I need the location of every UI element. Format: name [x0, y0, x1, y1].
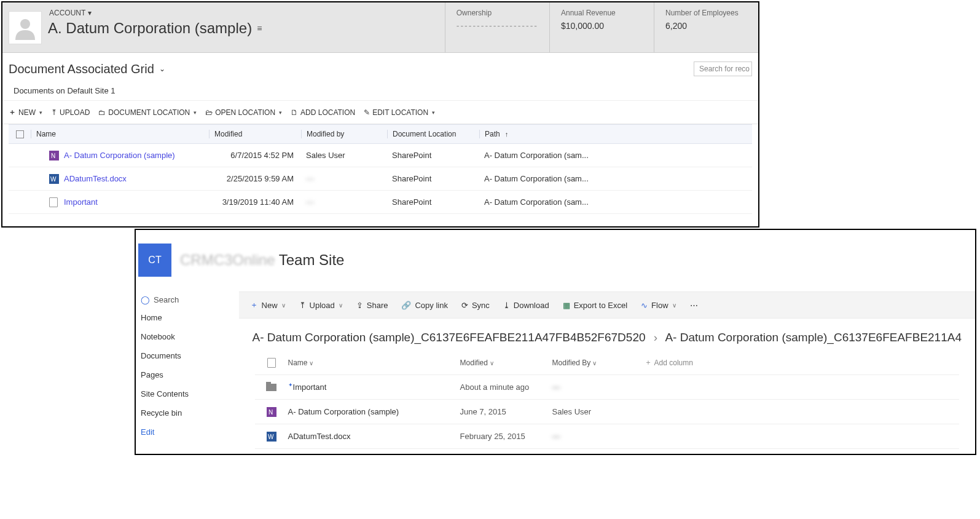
upload-icon: ⤒ [51, 108, 57, 117]
sp-left-nav: ◯ Search HomeNotebookDocumentsPagesSite … [136, 291, 239, 454]
nav-item-home[interactable]: Home [141, 308, 234, 327]
col-name[interactable]: Name [31, 130, 209, 138]
col-modified[interactable]: Modified [209, 130, 301, 138]
sp-copylink-button[interactable]: 🔗Copy link [401, 301, 447, 310]
add-location-button[interactable]: 🗋ADD LOCATION [291, 108, 355, 117]
upload-icon: ⤒ [299, 301, 306, 310]
table-row[interactable]: WADatumTest.docx2/25/2015 9:59 AM—ShareP… [9, 167, 752, 191]
cell-modified: June 7, 2015 [460, 407, 552, 416]
download-icon: ⤓ [503, 301, 510, 310]
hf-label: Annual Revenue [561, 9, 643, 17]
add-location-icon: 🗋 [291, 108, 298, 117]
nav-item-documents[interactable]: Documents [141, 346, 234, 365]
view-selector[interactable]: Document Associated Grid ⌄ [9, 62, 165, 76]
file-name[interactable]: A- Datum Corporation (sample) [288, 407, 460, 416]
cell-modified: 3/19/2019 11:40 AM [209, 197, 301, 207]
open-location-button[interactable]: 🗁OPEN LOCATION [205, 108, 282, 117]
nav-item-recycle-bin[interactable]: Recycle bin [141, 403, 234, 422]
col-doc-location[interactable]: Document Location [387, 130, 479, 138]
flow-icon: ∿ [641, 301, 648, 310]
record-header: ACCOUNT ▾ A. Datum Corporation (sample) … [2, 2, 758, 53]
view-title: Document Associated Grid [9, 62, 154, 76]
list-item[interactable]: NA- Datum Corporation (sample)June 7, 20… [255, 400, 959, 424]
search-input[interactable]: Search for reco [694, 61, 752, 76]
upload-button[interactable]: ⤒UPLOAD [51, 108, 90, 117]
hf-label: Ownership [457, 9, 538, 17]
nav-item-notebook[interactable]: Notebook [141, 327, 234, 346]
chevron-down-icon: ▾ [88, 9, 92, 17]
command-bar: ＋NEW ⤒UPLOAD 🗀DOCUMENT LOCATION 🗁OPEN LO… [2, 101, 758, 124]
word-icon: W [49, 174, 59, 184]
doc-icon [49, 197, 59, 207]
sp-overflow-button[interactable]: ⋯ [690, 301, 698, 310]
sp-new-button[interactable]: ＋New [250, 299, 286, 311]
cell-location: SharePoint [387, 151, 479, 160]
svg-text:W: W [268, 434, 274, 440]
svg-text:N: N [51, 153, 55, 159]
sp-upload-button[interactable]: ⤒Upload [299, 301, 343, 310]
record-name: A. Datum Corporation (sample) [48, 20, 252, 37]
entity-type-label: ACCOUNT [49, 9, 85, 17]
col-type-icon[interactable] [255, 358, 288, 368]
col-modified-by[interactable]: Modified by [301, 130, 387, 138]
sp-download-button[interactable]: ⤓Download [503, 301, 549, 310]
hf-value[interactable]: 6,200 [665, 21, 747, 31]
entity-type-dropdown[interactable]: ACCOUNT ▾ [48, 6, 445, 20]
sp-export-button[interactable]: ▦Export to Excel [563, 301, 627, 310]
nav-item-site-contents[interactable]: Site Contents [141, 384, 234, 403]
table-row[interactable]: Important3/19/2019 11:40 AM—SharePointA-… [9, 191, 752, 214]
hf-value[interactable]: $10,000.00 [561, 21, 643, 31]
sp-main: ＋New ⤒Upload ⇪Share 🔗Copy link ⟳Sync ⤓Do… [239, 291, 975, 454]
nav-item-edit[interactable]: Edit [141, 422, 234, 442]
col-modified-by[interactable]: Modified By [552, 359, 645, 367]
breadcrumb-item[interactable]: A- Datum Corporation (sample)_C6137E6FEA… [253, 331, 646, 344]
col-path[interactable]: Path [479, 130, 596, 138]
svg-text:N: N [269, 409, 273, 416]
cell-modified: 2/25/2015 9:59 AM [209, 174, 301, 183]
sp-flow-button[interactable]: ∿Flow [641, 301, 676, 310]
site-logo[interactable]: CT [138, 244, 171, 277]
header-field-revenue: Annual Revenue $10,000.00 [549, 2, 654, 52]
file-link[interactable]: Important [31, 197, 209, 207]
edit-location-button[interactable]: ✎EDIT LOCATION [364, 108, 435, 117]
folder-open-icon: 🗁 [205, 108, 213, 117]
chevron-right-icon: › [654, 331, 657, 344]
add-column-button[interactable]: ＋Add column [645, 357, 693, 368]
hf-label: Number of Employees [665, 9, 747, 17]
table-row[interactable]: NA- Datum Corporation (sample)6/7/2015 4… [9, 144, 752, 167]
site-title-prefix: CRMC3Online [180, 252, 275, 269]
hf-value[interactable]: -------------------- [457, 21, 538, 31]
sp-sync-button[interactable]: ⟳Sync [461, 301, 490, 310]
list-item[interactable]: WADatumTest.docxFebruary 25, 2015— [255, 424, 959, 449]
cell-location: SharePoint [387, 174, 479, 183]
select-all-checkbox[interactable] [9, 130, 31, 138]
list-item[interactable]: ✦ImportantAbout a minute ago— [255, 375, 959, 400]
cell-path: A- Datum Corporation (sam... [479, 197, 633, 207]
edit-icon: ✎ [364, 108, 370, 117]
onenote-icon: N [255, 407, 288, 417]
file-name[interactable]: ✦Important [288, 382, 460, 392]
sp-body: ◯ Search HomeNotebookDocumentsPagesSite … [136, 291, 975, 454]
site-title[interactable]: CRMC3Online Team Site [180, 252, 344, 269]
link-icon: 🔗 [401, 301, 411, 310]
document-location-button[interactable]: 🗀DOCUMENT LOCATION [98, 108, 197, 117]
col-name[interactable]: Name [288, 359, 460, 367]
nav-item-pages[interactable]: Pages [141, 365, 234, 384]
location-label: Documents on Default Site 1 [2, 81, 758, 101]
list-icon[interactable]: ≡ [257, 23, 262, 33]
sp-command-bar: ＋New ⤒Upload ⇪Share 🔗Copy link ⟳Sync ⤓Do… [239, 291, 975, 319]
svg-point-0 [20, 19, 30, 29]
file-link[interactable]: WADatumTest.docx [31, 174, 209, 184]
file-link[interactable]: NA- Datum Corporation (sample) [31, 151, 209, 160]
sp-search-input[interactable]: ◯ Search [141, 291, 234, 308]
breadcrumb-item[interactable]: A- Datum Corporation (sample)_C6137E6FEA… [665, 331, 962, 344]
header-field-employees: Number of Employees 6,200 [654, 2, 758, 52]
excel-icon: ▦ [563, 301, 570, 310]
header-field-ownership: Ownership -------------------- [445, 2, 549, 52]
new-button[interactable]: ＋NEW [9, 107, 42, 117]
col-modified[interactable]: Modified [460, 359, 552, 367]
sp-share-button[interactable]: ⇪Share [356, 301, 388, 310]
file-name[interactable]: ADatumTest.docx [288, 432, 460, 441]
svg-text:W: W [50, 176, 57, 183]
document-grid: Name Modified Modified by Document Locat… [2, 124, 758, 226]
